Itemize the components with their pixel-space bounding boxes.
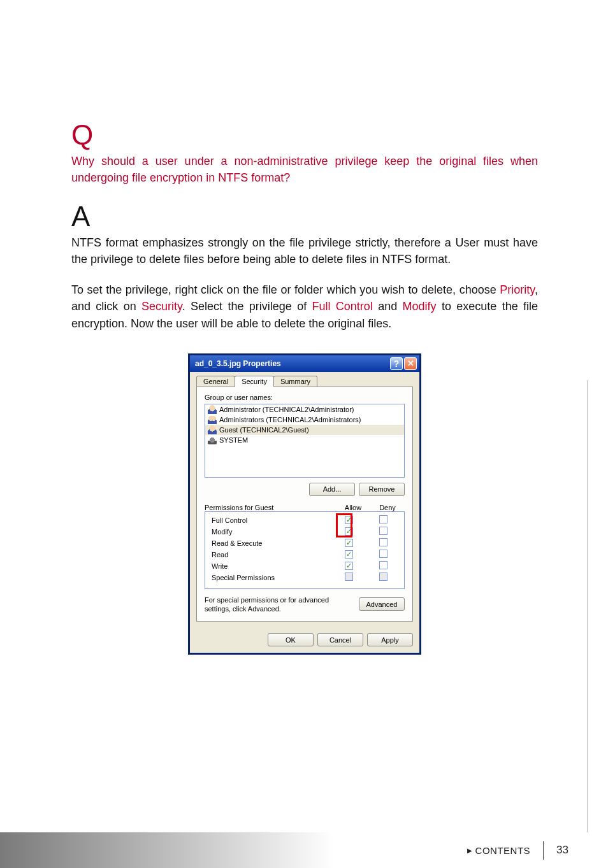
list-item[interactable]: Administrator (TECHNICAL2\Administrator): [205, 404, 404, 415]
page-footer: ▶ CONTENTS 33: [0, 832, 608, 868]
add-button[interactable]: Add...: [309, 483, 355, 496]
permission-row: Special Permissions: [212, 572, 400, 583]
permissions-header: Permissions for Guest Allow Deny: [205, 504, 405, 511]
permission-row: Read & Execute ✓: [212, 537, 400, 549]
user-name: Administrators (TECHNICAL2\Administrator…: [219, 416, 361, 423]
answer-text: . Select the privilege of: [182, 300, 312, 313]
question-letter: Q: [71, 121, 538, 149]
tab-security[interactable]: Security: [235, 376, 274, 387]
permission-row: Write ✓: [212, 560, 400, 572]
tab-general[interactable]: General: [196, 376, 235, 387]
deny-checkbox[interactable]: [379, 538, 387, 546]
deny-column-header: Deny: [370, 504, 405, 511]
answer-text: To set the privilege, right click on the…: [71, 283, 500, 296]
deny-checkbox[interactable]: [379, 550, 387, 558]
allow-checkbox[interactable]: ✓: [345, 539, 353, 547]
tab-strip: General Security Summary: [196, 376, 413, 387]
deny-checkbox[interactable]: [379, 515, 387, 523]
dialog-title: ad_0_3.5.jpg Properties: [195, 359, 389, 368]
permissions-list: Full Control ✓ Modify ✓ Read & Execute ✓: [205, 511, 405, 589]
permission-row: Read ✓: [212, 549, 400, 560]
list-item[interactable]: Administrators (TECHNICAL2\Administrator…: [205, 415, 404, 425]
answer-paragraph-1: NTFS format emphasizes strongly on the f…: [71, 234, 538, 267]
apply-button[interactable]: Apply: [367, 633, 413, 646]
page-number: 33: [544, 844, 568, 857]
triangle-icon: ▶: [467, 847, 473, 854]
allow-checkbox[interactable]: [345, 573, 353, 581]
highlight-priority: Priority: [500, 283, 535, 296]
permission-name: Read & Execute: [212, 539, 331, 547]
cancel-button[interactable]: Cancel: [317, 633, 363, 646]
ok-button[interactable]: OK: [268, 633, 314, 646]
group-icon: [208, 415, 217, 424]
deny-checkbox[interactable]: [379, 561, 387, 569]
contents-label: CONTENTS: [475, 845, 531, 856]
advanced-button[interactable]: Advanced: [359, 597, 405, 611]
system-icon: [208, 436, 217, 445]
answer-text: and: [373, 300, 403, 313]
user-listbox[interactable]: Administrator (TECHNICAL2\Administrator)…: [205, 404, 405, 478]
permission-name: Special Permissions: [212, 574, 331, 581]
highlight-full-control: Full Control: [312, 300, 373, 313]
allow-checkbox[interactable]: ✓: [345, 516, 353, 524]
deny-checkbox[interactable]: [379, 573, 387, 581]
group-label: Group or user names:: [205, 394, 405, 401]
permission-name: Write: [212, 562, 331, 570]
properties-dialog: ad_0_3.5.jpg Properties ? ✕ General Secu…: [188, 353, 421, 655]
security-panel: Group or user names: Administrator (TECH…: [196, 387, 413, 622]
help-button[interactable]: ?: [390, 357, 403, 370]
user-name: SYSTEM: [219, 436, 248, 444]
allow-checkbox[interactable]: ✓: [345, 550, 353, 559]
answer-letter: A: [71, 203, 538, 231]
close-button[interactable]: ✕: [404, 357, 417, 370]
highlight-security: Security: [141, 300, 182, 313]
footer-divider-line: [587, 380, 588, 832]
permissions-for-label: Permissions for Guest: [205, 504, 336, 511]
answer-paragraph-2: To set the privilege, right click on the…: [71, 281, 538, 331]
user-name: Guest (TECHNICAL2\Guest): [219, 426, 309, 434]
permission-row: Modify ✓: [212, 526, 400, 537]
list-item[interactable]: Guest (TECHNICAL2\Guest): [205, 425, 404, 435]
allow-checkbox[interactable]: ✓: [345, 562, 353, 570]
deny-checkbox[interactable]: [379, 527, 387, 535]
permission-name: Read: [212, 551, 331, 559]
user-name: Administrator (TECHNICAL2\Administrator): [219, 406, 354, 413]
list-item[interactable]: SYSTEM: [205, 435, 404, 445]
permission-row: Full Control ✓: [212, 515, 400, 526]
question-text: Why should a user under a non-administra…: [71, 153, 538, 186]
remove-button[interactable]: Remove: [359, 483, 405, 496]
allow-checkbox[interactable]: ✓: [345, 527, 353, 536]
advanced-text: For special permissions or for advanced …: [205, 595, 359, 614]
user-icon: [208, 405, 217, 414]
permission-name: Full Control: [212, 516, 331, 524]
dialog-titlebar: ad_0_3.5.jpg Properties ? ✕: [190, 355, 419, 372]
allow-column-header: Allow: [336, 504, 370, 511]
user-icon: [208, 425, 217, 434]
contents-link[interactable]: ▶ CONTENTS: [467, 841, 544, 860]
tab-summary[interactable]: Summary: [273, 376, 317, 387]
highlight-modify: Modify: [403, 300, 437, 313]
permission-name: Modify: [212, 528, 331, 536]
dialog-footer: OK Cancel Apply: [190, 628, 419, 653]
